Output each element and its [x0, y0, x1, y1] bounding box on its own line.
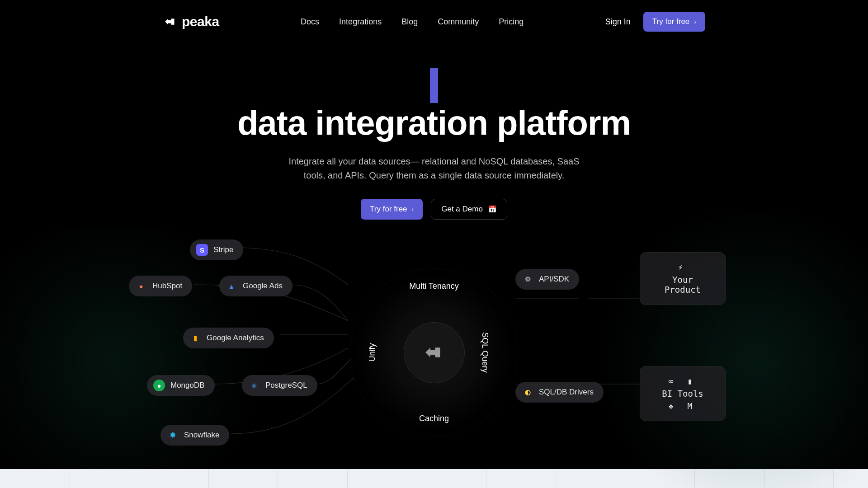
ring-label-sqlquery: SQL Query — [480, 332, 490, 372]
pill-label: API/SDK — [539, 275, 569, 284]
output-pill-sql-drivers: ◐ SQL/DB Drivers — [515, 382, 604, 403]
snowflake-icon: ✱ — [167, 429, 179, 441]
source-pill-stripe: S Stripe — [190, 239, 243, 260]
nav-item-integrations[interactable]: Integrations — [339, 17, 382, 27]
bi-icons-row-2: ❖ M — [654, 401, 712, 411]
panel-your-product: ⚡ Your Product — [640, 252, 726, 305]
hero-subtext: Integrate all your data sources— relatio… — [278, 155, 590, 183]
nav-links: Docs Integrations Blog Community Pricing — [301, 17, 524, 27]
hero-headline: data integration platform — [0, 105, 868, 141]
google-analytics-icon: ▮ — [189, 332, 201, 344]
source-pill-mongodb: ● MongoDB — [147, 375, 215, 396]
python-icon: ◐ — [522, 386, 533, 398]
source-pill-google-analytics: ▮ Google Analytics — [183, 328, 274, 348]
pill-label: SQL/DB Drivers — [539, 388, 594, 397]
ring-label-multitenancy: Multi Tenancy — [409, 282, 459, 291]
google-ads-icon: ▲ — [226, 280, 237, 292]
bottom-strip — [0, 469, 868, 488]
hero: data integration platform Integrate all … — [0, 68, 868, 220]
source-pill-hubspot: ● HubSpot — [129, 276, 192, 296]
nav-item-community[interactable]: Community — [438, 17, 479, 27]
output-pill-api-sdk: ⚙ API/SDK — [515, 269, 579, 290]
logo-text: peaka — [182, 14, 219, 29]
ring-label-unify: Unify — [368, 343, 377, 361]
pill-label: PostgreSQL — [265, 381, 307, 390]
core-ring: Multi Tenancy Caching Unify SQL Query — [350, 269, 518, 436]
calendar-icon: 📅 — [488, 205, 497, 213]
hero-get-demo-button[interactable]: Get a Demo 📅 — [431, 199, 507, 220]
logo[interactable]: peaka — [163, 14, 219, 29]
typing-cursor — [0, 68, 868, 101]
source-pill-google-ads: ▲ Google Ads — [219, 276, 292, 296]
postgresql-icon: ◈ — [248, 380, 260, 391]
hero-try-free-button[interactable]: Try for free › — [361, 199, 423, 220]
peaka-core-icon — [422, 340, 446, 365]
ring-core — [404, 322, 465, 383]
pill-label: Google Ads — [243, 282, 283, 291]
pill-label: Google Analytics — [207, 333, 264, 343]
chevron-right-icon: › — [694, 18, 696, 25]
pill-label: Stripe — [213, 245, 233, 254]
nav-item-blog[interactable]: Blog — [401, 17, 418, 27]
nav-item-docs[interactable]: Docs — [301, 17, 319, 27]
panel-bi-tools: ∞ ▮ BI Tools ❖ M — [640, 366, 726, 421]
hero-try-free-label: Try for free — [370, 205, 407, 214]
hubspot-icon: ● — [135, 280, 147, 292]
gear-icon: ⚙ — [522, 273, 533, 285]
mongodb-icon: ● — [153, 380, 165, 391]
chevron-right-icon: › — [412, 206, 414, 213]
top-nav: peaka Docs Integrations Blog Community P… — [0, 0, 868, 32]
sign-in-link[interactable]: Sign In — [605, 17, 631, 27]
pill-label: HubSpot — [152, 282, 182, 291]
hero-cta-row: Try for free › Get a Demo 📅 — [0, 199, 868, 220]
source-pill-snowflake: ✱ Snowflake — [160, 425, 229, 446]
integration-diagram: S Stripe ● HubSpot ▲ Google Ads ▮ Google… — [0, 230, 868, 465]
stripe-icon: S — [196, 244, 208, 256]
nav-try-free-button[interactable]: Try for free › — [643, 12, 705, 32]
logo-mark-icon — [163, 14, 178, 29]
nav-try-free-label: Try for free — [652, 17, 690, 26]
pill-label: MongoDB — [170, 381, 205, 390]
nav-right: Sign In Try for free › — [605, 12, 705, 32]
nav-item-pricing[interactable]: Pricing — [499, 17, 524, 27]
panel-your-product-label: Your Product — [654, 275, 712, 295]
hero-get-demo-label: Get a Demo — [441, 205, 483, 214]
panel-bi-tools-label: BI Tools — [654, 389, 712, 399]
bi-icons-row-1: ∞ ▮ — [654, 376, 712, 386]
source-pill-postgresql: ◈ PostgreSQL — [242, 375, 317, 396]
bolt-icon: ⚡ — [654, 263, 712, 272]
pill-label: Snowflake — [184, 431, 219, 440]
ring-label-caching: Caching — [419, 414, 449, 423]
